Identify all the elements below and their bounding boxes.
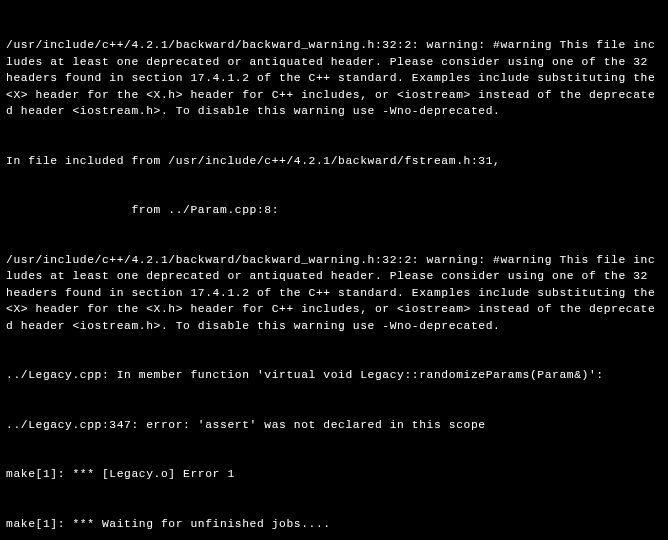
output-line: make[1]: *** Waiting for unfinished jobs… xyxy=(6,516,662,533)
output-line: ../Legacy.cpp:347: error: 'assert' was n… xyxy=(6,417,662,434)
output-line: from ../Param.cpp:8: xyxy=(6,202,662,219)
output-line: /usr/include/c++/4.2.1/backward/backward… xyxy=(6,252,662,335)
terminal-output: /usr/include/c++/4.2.1/backward/backward… xyxy=(6,4,662,540)
output-line: ../Legacy.cpp: In member function 'virtu… xyxy=(6,367,662,384)
output-line: In file included from /usr/include/c++/4… xyxy=(6,153,662,170)
output-line: make[1]: *** [Legacy.o] Error 1 xyxy=(6,466,662,483)
output-line: /usr/include/c++/4.2.1/backward/backward… xyxy=(6,37,662,120)
